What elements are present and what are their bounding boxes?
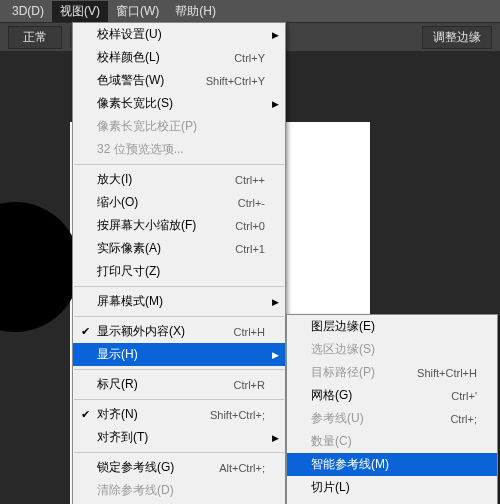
submenu-arrow-icon: ▶ <box>272 433 279 443</box>
menu-item-label: 实际像素(A) <box>97 240 223 257</box>
menu_sub-item: 选区边缘(S) <box>287 338 497 361</box>
menu-item-label: 缩小(O) <box>97 194 226 211</box>
submenu-arrow-icon: ▶ <box>272 350 279 360</box>
menu_main-item[interactable]: 校样设置(U)▶ <box>73 23 285 46</box>
menu-item-label: 显示(H) <box>97 346 265 363</box>
menu_main-item[interactable]: ✔显示额外内容(X)Ctrl+H <box>73 320 285 343</box>
menu-separator <box>74 369 284 370</box>
menu-item-label: 目标路径(P) <box>311 364 405 381</box>
check-icon: ✔ <box>81 408 90 421</box>
menu_sub-item: 目标路径(P)Shift+Ctrl+H <box>287 361 497 384</box>
submenu-arrow-icon: ▶ <box>272 99 279 109</box>
menu-item-label: 参考线(U) <box>311 410 438 427</box>
menu-shortcut: Ctrl+; <box>450 413 477 425</box>
refine-edge-button[interactable]: 调整边缘 <box>422 26 492 49</box>
menu-item-label: 智能参考线(M) <box>311 456 477 473</box>
menu-item-label: 清除参考线(D) <box>97 482 265 499</box>
menu-item-label: 网格(G) <box>311 387 439 404</box>
show-submenu: 图层边缘(E)选区边缘(S)目标路径(P)Shift+Ctrl+H网格(G)Ct… <box>286 314 498 504</box>
menu-item-label: 打印尺寸(Z) <box>97 263 265 280</box>
menu-item-label: 标尺(R) <box>97 376 222 393</box>
menu-item-label: 切片(L) <box>311 479 477 496</box>
menubar: 3D(D) 视图(V) 窗口(W) 帮助(H) <box>0 0 500 22</box>
menu-shortcut: Ctrl+' <box>451 390 477 402</box>
menu_main-item[interactable]: 对齐到(T)▶ <box>73 426 285 449</box>
menu_sub-item[interactable]: 网格(G)Ctrl+' <box>287 384 497 407</box>
menu-shortcut: Alt+Ctrl+; <box>219 462 265 474</box>
menu-shortcut: Ctrl+Y <box>234 52 265 64</box>
menu-separator <box>74 164 284 165</box>
menu_sub-item[interactable]: 图层边缘(E) <box>287 315 497 338</box>
menu_main-item[interactable]: ✔对齐(N)Shift+Ctrl+; <box>73 403 285 426</box>
menu_main-item[interactable]: 实际像素(A)Ctrl+1 <box>73 237 285 260</box>
menu-shortcut: Shift+Ctrl+Y <box>206 75 265 87</box>
menu_main-item[interactable]: 显示(H)▶ <box>73 343 285 366</box>
menu_main-item[interactable]: 缩小(O)Ctrl+- <box>73 191 285 214</box>
menu-shortcut: Ctrl+R <box>234 379 265 391</box>
menu_main-item[interactable]: 打印尺寸(Z) <box>73 260 285 283</box>
menubar-item-3d[interactable]: 3D(D) <box>4 2 52 20</box>
menu-separator <box>74 286 284 287</box>
menu_main-item: 像素长宽比校正(P) <box>73 115 285 138</box>
menubar-item-help[interactable]: 帮助(H) <box>167 1 224 22</box>
menu-item-label: 锁定参考线(G) <box>97 459 207 476</box>
menu-item-label: 图层边缘(E) <box>311 318 477 335</box>
menu-item-label: 对齐(N) <box>97 406 198 423</box>
menu-item-label: 像素长宽比校正(P) <box>97 118 265 135</box>
menu-item-label: 对齐到(T) <box>97 429 265 446</box>
menu-shortcut: Ctrl++ <box>235 174 265 186</box>
menu-shortcut: Ctrl+- <box>238 197 265 209</box>
menu_main-item[interactable]: 锁定参考线(G)Alt+Ctrl+; <box>73 456 285 479</box>
menu-item-label: 校样设置(U) <box>97 26 265 43</box>
menu-separator <box>74 316 284 317</box>
menu_main-item[interactable]: 像素长宽比(S)▶ <box>73 92 285 115</box>
circle-shape <box>0 202 80 332</box>
menu_main-item: 32 位预览选项... <box>73 138 285 161</box>
menu-item-label: 32 位预览选项... <box>97 141 265 158</box>
menu_sub-item[interactable]: 注释(O) <box>287 499 497 504</box>
menu-item-label: 色域警告(W) <box>97 72 194 89</box>
menu-item-label: 放大(I) <box>97 171 223 188</box>
menu-item-label: 校样颜色(L) <box>97 49 222 66</box>
menu-item-label: 屏幕模式(M) <box>97 293 265 310</box>
menu-shortcut: Ctrl+0 <box>235 220 265 232</box>
menu_main-item: 清除参考线(D) <box>73 479 285 502</box>
submenu-arrow-icon: ▶ <box>272 297 279 307</box>
menu_main-item[interactable]: 屏幕模式(M)▶ <box>73 290 285 313</box>
menu_sub-item: 参考线(U)Ctrl+; <box>287 407 497 430</box>
divider <box>70 26 71 48</box>
menu-shortcut: Ctrl+1 <box>235 243 265 255</box>
view-menu: 校样设置(U)▶校样颜色(L)Ctrl+Y色域警告(W)Shift+Ctrl+Y… <box>72 22 286 504</box>
menu-item-label: 显示额外内容(X) <box>97 323 222 340</box>
menubar-item-view[interactable]: 视图(V) <box>52 1 108 22</box>
menu_main-item[interactable]: 放大(I)Ctrl++ <box>73 168 285 191</box>
menu_sub-item[interactable]: 智能参考线(M) <box>287 453 497 476</box>
menu-item-label: 数量(C) <box>311 433 477 450</box>
menu-item-label: 按屏幕大小缩放(F) <box>97 217 223 234</box>
menu-shortcut: Shift+Ctrl+H <box>417 367 477 379</box>
menu-item-label: 像素长宽比(S) <box>97 95 265 112</box>
menu_sub-item[interactable]: 切片(L) <box>287 476 497 499</box>
menu-separator <box>74 399 284 400</box>
menu-shortcut: Ctrl+H <box>234 326 265 338</box>
blend-mode-select[interactable]: 正常 <box>8 26 62 49</box>
submenu-arrow-icon: ▶ <box>272 30 279 40</box>
menu_main-item[interactable]: 校样颜色(L)Ctrl+Y <box>73 46 285 69</box>
menu_main-item[interactable]: 按屏幕大小缩放(F)Ctrl+0 <box>73 214 285 237</box>
menu-item-label: 选区边缘(S) <box>311 341 477 358</box>
menu-shortcut: Shift+Ctrl+; <box>210 409 265 421</box>
check-icon: ✔ <box>81 325 90 338</box>
menu_main-item[interactable]: 标尺(R)Ctrl+R <box>73 373 285 396</box>
menu_sub-item: 数量(C) <box>287 430 497 453</box>
menubar-item-window[interactable]: 窗口(W) <box>108 1 167 22</box>
menu-separator <box>74 452 284 453</box>
menu_main-item[interactable]: 色域警告(W)Shift+Ctrl+Y <box>73 69 285 92</box>
